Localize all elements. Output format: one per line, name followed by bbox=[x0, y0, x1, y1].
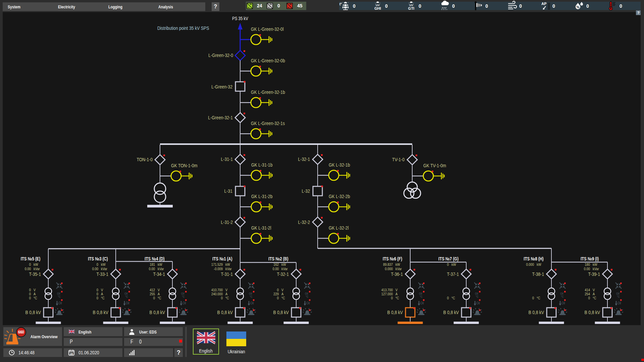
svg-text:0: 0 bbox=[620, 3, 622, 9]
svg-text:°C: °C bbox=[250, 295, 253, 298]
svg-text:ITS №3 (C): ITS №3 (C) bbox=[88, 256, 108, 261]
svg-text:kVar: kVar bbox=[101, 266, 107, 271]
svg-text:0: 0 bbox=[29, 296, 31, 300]
svg-text:°C: °C bbox=[476, 295, 479, 298]
svg-text:GK TON-1-0m: GK TON-1-0m bbox=[171, 163, 198, 168]
svg-text:0: 0 bbox=[29, 262, 31, 266]
svg-text:GK L-Green-32-1b: GK L-Green-32-1b bbox=[251, 89, 285, 95]
svg-text:kW: kW bbox=[593, 262, 597, 266]
svg-text:ITS №4 (D): ITS №4 (D) bbox=[145, 256, 164, 261]
svg-text:L-Green-32-1: L-Green-32-1 bbox=[208, 115, 233, 120]
svg-text:ITS №9 (I): ITS №9 (I) bbox=[581, 256, 599, 261]
svg-text:0: 0 bbox=[277, 296, 279, 300]
svg-text:181: 181 bbox=[150, 262, 155, 266]
svg-text:ITS №7 (G): ITS №7 (G) bbox=[438, 256, 459, 261]
svg-text:T-32-1: T-32-1 bbox=[277, 271, 289, 277]
svg-text:0: 0 bbox=[97, 262, 98, 266]
svg-text:GK L-32-2l: GK L-32-2l bbox=[329, 225, 348, 231]
svg-text:°C: °C bbox=[593, 296, 596, 300]
svg-text:T-36-1: T-36-1 bbox=[391, 271, 403, 277]
svg-text:B 0,8 kV: B 0,8 kV bbox=[217, 310, 233, 315]
svg-text:kVar: kVar bbox=[158, 266, 164, 271]
svg-text:Oil: Oil bbox=[561, 301, 565, 305]
svg-text:GK L-32-1b: GK L-32-1b bbox=[329, 162, 350, 168]
svg-text:0: 0 bbox=[447, 262, 449, 266]
svg-text:0.00: 0.00 bbox=[25, 266, 31, 271]
svg-text:ITS №1 (A): ITS №1 (A) bbox=[212, 256, 232, 261]
svg-text:0: 0 bbox=[452, 3, 455, 9]
svg-text:GK TV-1-0m: GK TV-1-0m bbox=[423, 163, 446, 168]
svg-text:180: 180 bbox=[585, 262, 590, 266]
svg-text:kW: kW bbox=[281, 262, 286, 266]
svg-text:0.000: 0.000 bbox=[385, 266, 393, 271]
svg-text:Oil: Oil bbox=[420, 301, 424, 305]
svg-text:T-37-1: T-37-1 bbox=[447, 271, 459, 277]
svg-text:L-Green-32: L-Green-32 bbox=[211, 84, 232, 89]
svg-text:°C: °C bbox=[125, 295, 128, 298]
svg-text:162: 162 bbox=[273, 262, 279, 266]
svg-text:ITS №6 (F): ITS №6 (F) bbox=[383, 256, 402, 261]
svg-text:0.00: 0.00 bbox=[273, 266, 279, 271]
svg-text:kVar: kVar bbox=[34, 266, 40, 271]
svg-text:°C: °C bbox=[561, 295, 564, 298]
svg-text:B 0,8 kV: B 0,8 kV bbox=[585, 310, 600, 315]
svg-text:0.00: 0.00 bbox=[149, 266, 155, 271]
svg-text:0: 0 bbox=[419, 3, 421, 9]
svg-text:B 0,8 kV: B 0,8 kV bbox=[25, 310, 41, 315]
svg-text:171.529: 171.529 bbox=[211, 262, 223, 266]
svg-text:Oil: Oil bbox=[618, 301, 621, 305]
svg-text:GK L-31-2l: GK L-31-2l bbox=[251, 225, 271, 231]
svg-text:B 0,8 kV: B 0,8 kV bbox=[93, 310, 109, 315]
svg-text:PS 35 kV: PS 35 kV bbox=[232, 16, 248, 21]
svg-text:B 0,8 kV: B 0,8 kV bbox=[387, 310, 403, 315]
svg-text:T-33-1: T-33-1 bbox=[96, 271, 108, 277]
svg-text:B 0,8 kV: B 0,8 kV bbox=[443, 310, 459, 315]
svg-text:kW: kW bbox=[101, 262, 106, 266]
svg-text:0: 0 bbox=[552, 3, 555, 9]
svg-text:T-39-1: T-39-1 bbox=[588, 271, 600, 277]
svg-text:0: 0 bbox=[97, 296, 98, 300]
svg-text:Distribution point 35 kV SPS: Distribution point 35 kV SPS bbox=[157, 25, 209, 31]
svg-text:°C: °C bbox=[281, 296, 285, 300]
svg-text:Oil: Oil bbox=[306, 301, 310, 305]
svg-text:T-38-1: T-38-1 bbox=[532, 271, 544, 277]
svg-text:°C: °C bbox=[101, 296, 105, 300]
svg-text:0: 0 bbox=[153, 296, 155, 300]
svg-text:°C: °C bbox=[182, 295, 185, 298]
svg-text:°C: °C bbox=[420, 295, 423, 298]
svg-text:L-32-1: L-32-1 bbox=[298, 157, 310, 162]
svg-text:°C: °C bbox=[395, 296, 399, 300]
svg-text:°C: °C bbox=[451, 296, 455, 300]
svg-text:°C: °C bbox=[225, 296, 229, 300]
svg-text:0.00: 0.00 bbox=[92, 266, 98, 271]
svg-text:L-Green-32-0: L-Green-32-0 bbox=[208, 53, 233, 58]
svg-text:0: 0 bbox=[586, 3, 589, 9]
svg-text:GK L-Green-32-0l: GK L-Green-32-0l bbox=[251, 26, 284, 32]
svg-text:L-32: L-32 bbox=[302, 188, 310, 194]
svg-text:kW: kW bbox=[34, 262, 38, 266]
svg-text:°C: °C bbox=[617, 295, 620, 298]
svg-text:TON-1-0: TON-1-0 bbox=[137, 157, 153, 162]
svg-text:B 0,8 kV: B 0,8 kV bbox=[150, 310, 165, 315]
svg-text:Oil: Oil bbox=[476, 301, 480, 305]
svg-text:Oil: Oil bbox=[58, 301, 62, 305]
svg-text:GK L-Green-32-1s: GK L-Green-32-1s bbox=[251, 121, 285, 126]
svg-text:AP: AP bbox=[541, 2, 546, 6]
svg-text:L-31: L-31 bbox=[224, 188, 232, 194]
svg-text:0: 0 bbox=[519, 3, 522, 9]
svg-text:B 0,8 kV: B 0,8 kV bbox=[273, 310, 289, 315]
svg-text:kW: kW bbox=[451, 262, 456, 266]
svg-text:TV-1-0: TV-1-0 bbox=[392, 157, 405, 162]
svg-text:ITS №2 (B): ITS №2 (B) bbox=[268, 256, 288, 261]
svg-text:GK L-Green-32-0b: GK L-Green-32-0b bbox=[251, 58, 285, 63]
svg-text:0: 0 bbox=[588, 296, 590, 300]
svg-text:0: 0 bbox=[221, 296, 223, 300]
svg-text:B 0,8 kV: B 0,8 kV bbox=[529, 310, 544, 315]
svg-text:kW: kW bbox=[395, 262, 400, 266]
svg-text:0: 0 bbox=[385, 3, 388, 9]
svg-text:0: 0 bbox=[485, 3, 488, 9]
svg-text:0: 0 bbox=[353, 3, 356, 9]
svg-text:kVar: kVar bbox=[225, 266, 232, 271]
svg-text:GTI: GTI bbox=[408, 6, 414, 10]
svg-text:ITS №5 (E): ITS №5 (E) bbox=[21, 256, 41, 261]
